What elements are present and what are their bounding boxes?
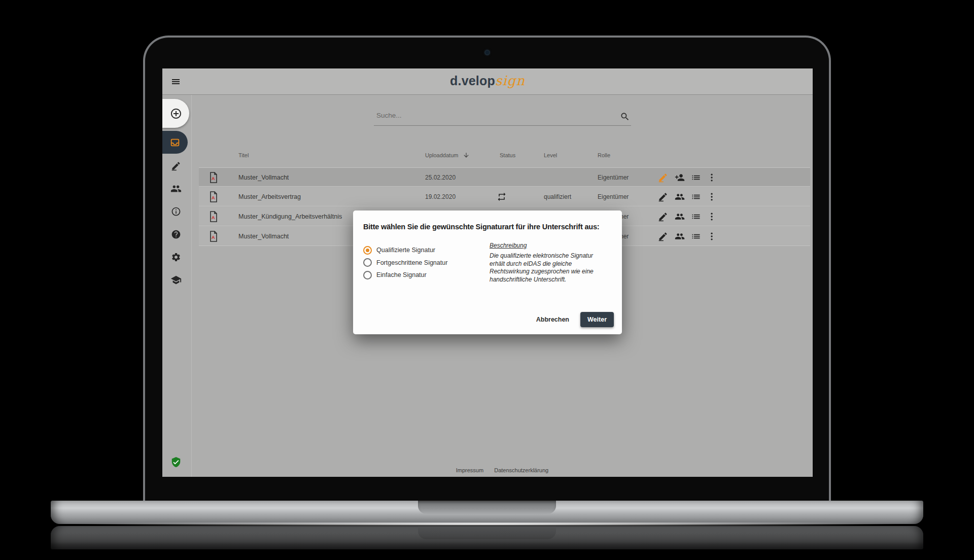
sidebar-item-info[interactable] bbox=[170, 205, 182, 218]
description-text: Die qualifizierte elektronische Signatur… bbox=[490, 252, 606, 284]
footer-link-impressum[interactable]: Impressum bbox=[456, 467, 483, 473]
footer-link-datenschutz[interactable]: Datenschutzerklärung bbox=[494, 467, 548, 473]
list-icon[interactable] bbox=[691, 172, 701, 183]
trust-badge[interactable] bbox=[170, 456, 182, 468]
radio-icon bbox=[363, 271, 372, 279]
cell-title: Muster_Vollmacht bbox=[238, 227, 289, 246]
plus-circle-icon bbox=[170, 108, 182, 120]
shield-check-icon bbox=[170, 456, 182, 468]
list-icon[interactable] bbox=[691, 212, 701, 222]
sidebar-item-sign[interactable] bbox=[170, 160, 182, 172]
cell-level: qualifiziert bbox=[544, 187, 571, 206]
cell-role: Eigentümer bbox=[598, 187, 629, 206]
pen-icon[interactable] bbox=[658, 231, 668, 241]
radio-option-einfache[interactable]: Einfache Signatur bbox=[363, 269, 447, 282]
pen-icon bbox=[171, 161, 181, 171]
cell-date: 25.02.2020 bbox=[425, 168, 456, 187]
svg-text:A: A bbox=[212, 195, 215, 200]
logo-text-accent: sign bbox=[495, 73, 525, 88]
more-vert-icon[interactable] bbox=[707, 212, 717, 222]
sidebar-item-academy[interactable] bbox=[170, 274, 182, 286]
cell-role: Eigentümer bbox=[598, 168, 629, 187]
laptop-base bbox=[51, 501, 923, 524]
webcam-icon bbox=[485, 51, 489, 54]
svg-text:A: A bbox=[212, 176, 215, 181]
column-header-title[interactable]: Titel bbox=[238, 152, 249, 158]
svg-text:A: A bbox=[212, 215, 215, 220]
pdf-document-icon: A bbox=[207, 211, 220, 223]
cell-title: Muster_Kündigung_Arbeitsverhältnis bbox=[238, 207, 342, 226]
laptop-lid: d.velopsign bbox=[143, 36, 831, 501]
description-panel: Beschreibung Die qualifizierte elektroni… bbox=[490, 242, 606, 284]
column-header-date[interactable]: Uploaddatum bbox=[425, 152, 458, 158]
sidebar-item-documents[interactable] bbox=[162, 131, 188, 154]
pdf-document-icon: A bbox=[207, 230, 220, 242]
people-icon[interactable] bbox=[675, 231, 685, 241]
cell-date: 19.02.2020 bbox=[425, 187, 456, 206]
scene: d.velopsign bbox=[0, 0, 974, 560]
search-bar bbox=[374, 109, 631, 126]
radio-label: Qualifizierte Signatur bbox=[376, 247, 435, 254]
radio-option-qualifizierte[interactable]: Qualifizierte Signatur bbox=[363, 244, 447, 257]
app-header: d.velopsign bbox=[162, 68, 813, 95]
people-icon[interactable] bbox=[675, 212, 685, 222]
radio-icon bbox=[363, 258, 372, 267]
app-screen: d.velopsign bbox=[162, 68, 813, 477]
dialog-title: Bitte wählen Sie die gewünschte Signatur… bbox=[363, 223, 599, 231]
confirm-button[interactable]: Weiter bbox=[580, 312, 614, 327]
column-header-status[interactable]: Status bbox=[500, 152, 515, 158]
pen-icon[interactable] bbox=[658, 212, 668, 222]
pdf-document-icon: A bbox=[207, 191, 220, 203]
dialog-actions: Abbrechen Weiter bbox=[531, 312, 614, 327]
logo-text-primary: d.velop bbox=[450, 74, 495, 88]
column-header-role[interactable]: Rolle bbox=[598, 152, 610, 158]
more-vert-icon[interactable] bbox=[707, 192, 717, 202]
search-icon[interactable] bbox=[620, 112, 630, 122]
laptop-reflection bbox=[51, 526, 923, 560]
radio-icon bbox=[363, 246, 372, 255]
signature-type-dialog: Bitte wählen Sie die gewünschte Signatur… bbox=[353, 211, 622, 334]
page-footer: Impressum Datenschutzerklärung bbox=[192, 467, 813, 473]
app-logo: d.velopsign bbox=[162, 73, 813, 88]
description-heading: Beschreibung bbox=[490, 242, 606, 249]
laptop-highlight bbox=[51, 522, 923, 526]
cell-title: Muster_Arbeitsvertrag bbox=[238, 187, 301, 206]
pdf-document-icon: A bbox=[207, 171, 220, 184]
list-icon[interactable] bbox=[691, 192, 701, 202]
question-circle-icon bbox=[171, 229, 181, 239]
pen-icon[interactable] bbox=[658, 192, 668, 202]
laptop-notch bbox=[418, 501, 556, 514]
search-input[interactable] bbox=[375, 111, 611, 120]
people-icon bbox=[170, 183, 182, 194]
people-icon[interactable] bbox=[675, 192, 685, 202]
cell-title: Muster_Vollmacht bbox=[238, 168, 289, 187]
info-circle-icon bbox=[171, 206, 181, 217]
signature-options: Qualifizierte Signatur Fortgeschrittene … bbox=[363, 244, 447, 282]
radio-option-fortgeschrittene[interactable]: Fortgeschrittene Signatur bbox=[363, 257, 447, 269]
pen-icon[interactable] bbox=[658, 172, 668, 183]
cancel-button[interactable]: Abbrechen bbox=[531, 312, 574, 327]
column-header-level[interactable]: Level bbox=[544, 152, 557, 158]
repeat-arrows-icon bbox=[497, 192, 507, 202]
sidebar bbox=[162, 95, 192, 477]
arrow-down-icon[interactable] bbox=[463, 152, 470, 159]
sidebar-item-settings[interactable] bbox=[170, 251, 182, 263]
more-vert-icon[interactable] bbox=[707, 231, 717, 241]
person-add-icon[interactable] bbox=[675, 172, 685, 183]
radio-label: Einfache Signatur bbox=[376, 271, 427, 278]
add-document-button[interactable] bbox=[162, 99, 189, 128]
gear-icon bbox=[171, 252, 181, 262]
table-row[interactable]: A Muster_Arbeitsvertrag 19.02.2020 quali… bbox=[199, 187, 810, 206]
sidebar-item-help[interactable] bbox=[170, 228, 182, 240]
table-row[interactable]: A Muster_Vollmacht 25.02.2020 Eigentümer bbox=[199, 167, 810, 187]
list-icon[interactable] bbox=[691, 231, 701, 241]
svg-text:A: A bbox=[212, 235, 215, 240]
graduation-cap-icon bbox=[170, 274, 182, 286]
more-vert-icon[interactable] bbox=[707, 172, 717, 183]
sidebar-item-contacts[interactable] bbox=[170, 183, 182, 195]
inbox-icon bbox=[169, 137, 181, 148]
radio-label: Fortgeschrittene Signatur bbox=[376, 259, 447, 266]
